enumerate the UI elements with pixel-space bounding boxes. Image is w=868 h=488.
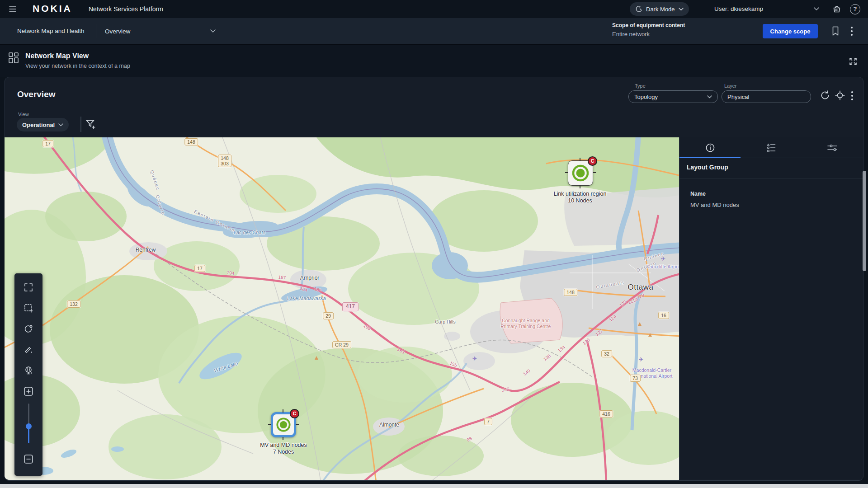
view-selector-value: Overview (105, 28, 130, 35)
moon-icon (635, 5, 642, 13)
tick (283, 409, 283, 413)
zoom-out-button[interactable] (14, 449, 42, 469)
page-subtitle: View your network in the context of a ma… (25, 63, 130, 69)
view-label: View (18, 112, 29, 117)
scope-block: Scope of equipment content Entire networ… (612, 22, 685, 38)
locate-icon[interactable] (834, 89, 846, 101)
tick (283, 437, 283, 440)
kebab-menu-icon[interactable] (850, 26, 853, 37)
fit-view-button[interactable] (14, 277, 42, 298)
change-scope-button[interactable]: Change scope (763, 24, 818, 38)
route-shield: 148 303 (218, 155, 231, 167)
node-label: Link utilization region (554, 191, 607, 197)
top-bar: NOKIA Network Services Platform Dark Mod… (0, 0, 868, 18)
tick (565, 172, 568, 173)
group-node-icon (273, 414, 294, 435)
route-shield: 417 (342, 302, 359, 311)
horizontal-scrollbar[interactable] (0, 484, 868, 488)
type-value: Topology (634, 94, 658, 100)
view-selector-dropdown[interactable]: Overview (105, 23, 216, 40)
route-shield: 73 (630, 375, 641, 382)
card-title: Overview (17, 89, 56, 99)
zoom-to-area-button[interactable] (14, 298, 42, 319)
nokia-logo: NOKIA (33, 3, 72, 14)
help-icon[interactable]: ? (850, 4, 860, 14)
status-badge: C (291, 410, 298, 418)
bookmark-icon[interactable] (831, 26, 840, 37)
slider-handle[interactable] (26, 423, 32, 429)
scope-label: Scope of equipment content (612, 22, 685, 28)
route-shield: 416 (599, 410, 613, 418)
route-shield: 132 (67, 300, 80, 308)
chevron-down-icon (210, 29, 216, 33)
divider (80, 117, 81, 132)
divider (679, 178, 863, 178)
chevron-down-icon (707, 95, 712, 99)
map-toolbar (14, 273, 42, 476)
route-shield: 148 (184, 138, 198, 145)
view-mode-value: Operational (22, 122, 55, 128)
status-badge: C (589, 157, 596, 165)
tick (593, 172, 596, 173)
tab-legend[interactable] (741, 137, 802, 158)
page-title: Network Map View (25, 52, 89, 60)
panel-tabs (679, 137, 863, 158)
network-map[interactable]: Renfrew Arnprior Almonte Ottawa Carp Hil… (5, 137, 679, 480)
page-header: Network Map View View your network in th… (0, 45, 868, 77)
route-shield: 32 (601, 350, 612, 357)
route-shield: 29 (323, 312, 334, 319)
tab-display-settings[interactable] (802, 137, 863, 158)
details-panel: Layout Group Name MV and MD nodes (679, 137, 863, 479)
node-count: 7 Nodes (273, 449, 294, 455)
layer-label: Layer (724, 83, 737, 89)
node-label: MV and MD nodes (260, 442, 307, 448)
route-shield: CR 29 (332, 341, 351, 348)
tab-info[interactable] (679, 137, 741, 158)
route-shield: 16 (658, 312, 669, 319)
chevron-down-icon (58, 123, 63, 127)
divider (96, 24, 96, 38)
user-chevron-down-icon[interactable] (814, 7, 819, 11)
expand-icon[interactable] (847, 56, 859, 67)
node-count: 10 Nodes (568, 197, 592, 204)
view-mode-dropdown[interactable]: Operational (17, 118, 69, 131)
hamburger-menu-icon[interactable] (8, 5, 17, 14)
name-value: MV and MD nodes (690, 202, 739, 208)
refresh-icon[interactable] (819, 89, 831, 101)
vertical-scrollbar[interactable] (863, 171, 866, 271)
globe-view-button[interactable] (14, 360, 42, 381)
layer-value: Physical (727, 94, 749, 100)
basket-icon[interactable] (832, 4, 842, 14)
card-kebab-icon[interactable] (851, 90, 854, 101)
tick (580, 158, 580, 161)
chevron-down-icon (679, 8, 684, 11)
tick (296, 424, 299, 425)
measure-button[interactable] (14, 339, 42, 360)
group-node-icon (568, 161, 593, 185)
app-title: Network Services Platform (89, 5, 163, 13)
tick (580, 185, 580, 188)
route-shield: 17 (194, 265, 205, 272)
menu-bar: Network Map and Health Overview Scope of… (0, 18, 868, 45)
scope-value: Entire network (612, 31, 685, 38)
dashboard-icon (8, 52, 19, 64)
route-shield: 7 (484, 418, 492, 425)
tick (268, 424, 271, 425)
layer-input[interactable]: Physical (722, 90, 811, 103)
slider-track-upper (28, 404, 29, 426)
zoom-slider[interactable] (14, 402, 42, 445)
route-shield: 148 (564, 289, 577, 296)
panel-title: Layout Group (687, 164, 728, 171)
dark-mode-label: Dark Mode (646, 6, 675, 13)
breadcrumb-section[interactable]: Network Map and Health (17, 28, 85, 34)
type-select[interactable]: Topology (628, 90, 718, 103)
route-shield: 17 (42, 140, 53, 147)
active-tab-indicator (679, 157, 741, 158)
zoom-in-button[interactable] (14, 381, 42, 402)
nsp-window: NOKIA Network Services Platform Dark Mod… (0, 0, 868, 488)
reset-rotation-button[interactable] (14, 319, 42, 339)
filter-add-icon[interactable] (85, 118, 97, 130)
dark-mode-toggle[interactable]: Dark Mode (630, 2, 689, 16)
type-label: Type (635, 83, 646, 89)
name-label: Name (690, 191, 706, 197)
